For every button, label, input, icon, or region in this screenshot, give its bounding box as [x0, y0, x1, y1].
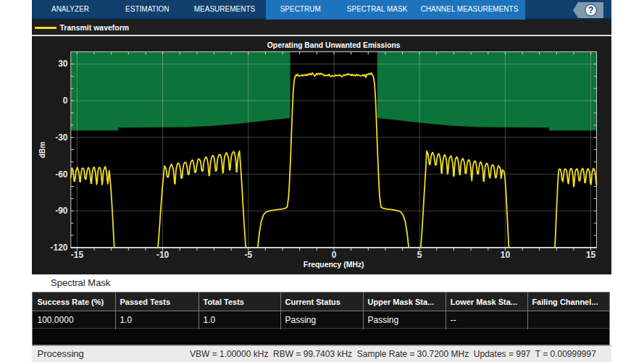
svg-text:-120: -120: [50, 243, 67, 253]
svg-text:?: ?: [588, 5, 594, 15]
svg-text:Operating Band Unwanted Emissi: Operating Band Unwanted Emissions: [267, 41, 401, 49]
svg-text:30: 30: [58, 59, 68, 69]
svg-text:-60: -60: [55, 169, 68, 179]
svg-text:-90: -90: [55, 206, 68, 216]
svg-text:0: 0: [63, 96, 68, 106]
svg-text:Frequency (MHz): Frequency (MHz): [304, 261, 364, 269]
svg-text:5: 5: [417, 249, 422, 259]
svg-text:15: 15: [586, 249, 596, 259]
svg-text:0: 0: [332, 249, 337, 259]
svg-text:10: 10: [501, 249, 511, 259]
svg-text:-15: -15: [71, 249, 84, 259]
svg-text:dBm: dBm: [38, 141, 46, 157]
svg-text:-10: -10: [156, 249, 170, 259]
svg-text:-5: -5: [244, 249, 252, 259]
svg-text:-30: -30: [55, 132, 68, 142]
